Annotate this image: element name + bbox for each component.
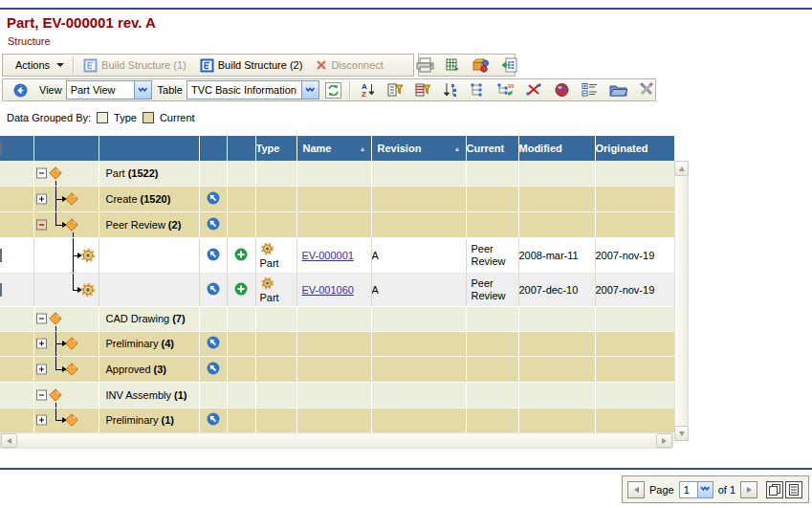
view-select[interactable]: Part View — [66, 80, 152, 99]
collapse-toggle[interactable] — [36, 314, 47, 324]
tree-line — [55, 420, 62, 421]
part-name-link[interactable]: EV-001060 — [297, 284, 354, 296]
group-diamond-icon — [65, 337, 78, 350]
part-gear-icon — [260, 280, 274, 292]
renumber-structure-icon[interactable]: 99 — [496, 82, 514, 98]
remove-structure-icon[interactable] — [525, 82, 542, 98]
next-page-button[interactable] — [740, 481, 757, 498]
cell — [255, 408, 296, 432]
expand-toggle[interactable] — [36, 193, 47, 204]
cell — [371, 331, 466, 356]
add-circle-icon[interactable] — [234, 282, 248, 296]
group-count: (1522) — [128, 167, 159, 179]
group-row: CAD Drawing(7) — [0, 306, 674, 331]
column-header-type[interactable]: Type — [255, 136, 296, 161]
sphere-chart-icon[interactable] — [554, 82, 570, 98]
nav-circle-icon[interactable] — [207, 217, 220, 231]
column-header-revision[interactable]: Revision▲ — [371, 136, 466, 161]
cell — [518, 331, 595, 356]
cell — [0, 356, 33, 382]
actions-menu-button[interactable]: Actions — [9, 55, 71, 76]
collapse-toggle[interactable] — [36, 167, 47, 178]
export-table-icon[interactable] — [446, 57, 461, 73]
navigate-cell — [199, 237, 227, 273]
build-structure-2-label: Build Structure (2) — [218, 59, 303, 71]
show-all-pages-button[interactable] — [766, 481, 783, 498]
group-count: (2) — [168, 219, 181, 231]
group-row: INV Assembly(1) — [0, 382, 674, 408]
nav-circle-icon[interactable] — [207, 336, 220, 349]
cell — [99, 273, 199, 306]
part-name-link[interactable]: EV-000001 — [297, 250, 354, 261]
expand-toggle[interactable] — [36, 364, 47, 374]
export-page-icon[interactable] — [501, 57, 518, 73]
page-select[interactable]: 1 — [679, 481, 713, 498]
cell — [0, 408, 33, 432]
chevron-left-icon — [634, 487, 639, 493]
column-header-current[interactable]: Current — [466, 136, 518, 161]
expand-toggle[interactable] — [36, 415, 47, 426]
vertical-scrollbar[interactable] — [674, 161, 689, 441]
group-count: (3) — [154, 364, 166, 375]
type-cell: Part — [255, 237, 296, 273]
page-list-button[interactable] — [785, 481, 802, 498]
nav-circle-icon[interactable] — [207, 412, 220, 426]
actions-toolbar: Actions Build Structure (1) Build Struct… — [2, 54, 414, 77]
cell — [371, 382, 466, 408]
select-all-checkbox[interactable] — [0, 142, 2, 155]
expand-all-icon[interactable] — [582, 82, 598, 98]
previous-page-button[interactable] — [627, 481, 645, 498]
tree-line — [73, 232, 74, 237]
filter-list-icon[interactable] — [387, 82, 404, 98]
nav-circle-icon[interactable] — [207, 248, 220, 261]
table-select[interactable]: TVC Basic Information — [187, 80, 319, 99]
scroll-left-button[interactable] — [1, 433, 17, 448]
refresh-icon[interactable] — [325, 82, 341, 99]
group-row: Approved(3) — [0, 356, 674, 382]
actions-label: Actions — [15, 59, 50, 71]
printer-icon[interactable] — [416, 57, 435, 73]
expand-level-icon[interactable] — [443, 82, 458, 98]
expand-toggle[interactable] — [36, 339, 47, 349]
tree-line — [55, 357, 56, 369]
row-checkbox[interactable] — [0, 283, 2, 297]
back-icon[interactable] — [13, 83, 28, 98]
column-header-originated[interactable]: Originated — [595, 136, 674, 161]
tree-line — [55, 326, 56, 331]
sort-az-icon[interactable]: AZ — [361, 82, 376, 98]
current-cell: Peer Review — [466, 273, 518, 306]
table-header-row: Type Name▲ Revision▲ Current Modified Or… — [0, 136, 674, 161]
folder-icon[interactable] — [609, 83, 627, 98]
collapse-toggle[interactable] — [36, 389, 47, 400]
build-structure-2-button[interactable]: Build Structure (2) — [193, 55, 310, 76]
view-select-value: Part View — [67, 84, 134, 96]
row-checkbox[interactable] — [0, 249, 2, 262]
tree-structure-icon[interactable] — [470, 82, 485, 98]
group-label: Part — [106, 167, 125, 179]
tools-icon[interactable] — [639, 82, 655, 98]
cell — [518, 382, 595, 408]
name-cell: EV-000001 — [296, 237, 371, 273]
column-header-modified[interactable]: Modified — [518, 136, 595, 161]
scroll-up-button[interactable] — [674, 161, 689, 176]
svg-text:Z: Z — [362, 90, 366, 98]
add-circle-icon[interactable] — [234, 248, 248, 261]
cell — [255, 382, 296, 408]
group-label: Preliminary — [106, 414, 159, 426]
nav-circle-icon[interactable] — [207, 282, 220, 296]
cell — [227, 306, 255, 331]
originated-cell: 2007-nov-19 — [595, 237, 674, 273]
column-header-name[interactable]: Name▲ — [296, 136, 371, 161]
filter-table-icon[interactable] — [415, 82, 431, 98]
horizontal-scrollbar[interactable] — [0, 432, 673, 449]
select-all-header[interactable] — [0, 136, 33, 161]
nav-circle-icon[interactable] — [207, 191, 220, 205]
visualization-icon[interactable] — [472, 57, 491, 73]
scroll-down-button[interactable] — [674, 426, 689, 441]
nav-circle-icon[interactable] — [207, 362, 220, 375]
scroll-right-button[interactable] — [656, 433, 672, 448]
collapse-toggle[interactable] — [36, 219, 47, 230]
tree-cell — [33, 408, 99, 432]
tree-line — [55, 369, 62, 370]
revision-cell: A — [371, 273, 466, 306]
